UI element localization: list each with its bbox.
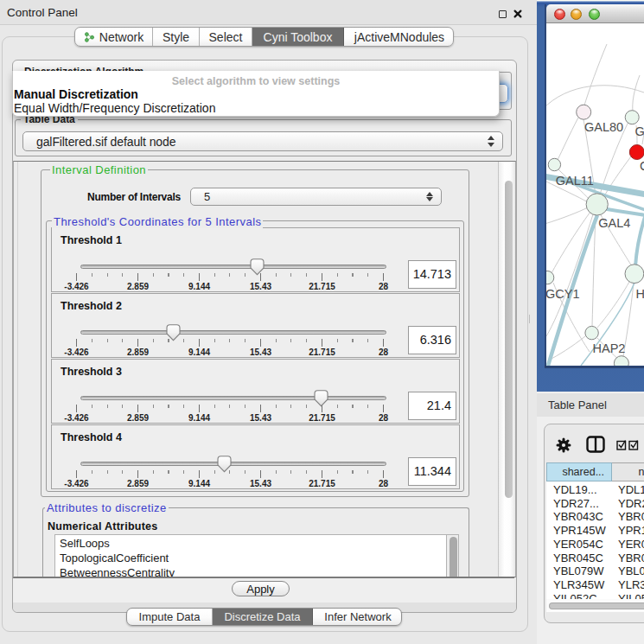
svg-text:GAL11: GAL11 <box>556 174 594 188</box>
svg-text:H: H <box>636 287 644 301</box>
svg-text:HAP2: HAP2 <box>593 341 626 355</box>
svg-text:GA: GA <box>635 124 644 138</box>
svg-text:GAL4: GAL4 <box>598 216 630 230</box>
svg-text:GCY1: GCY1 <box>546 287 580 301</box>
svg-text:GAL80: GAL80 <box>584 120 623 134</box>
svg-text:C: C <box>640 159 644 173</box>
